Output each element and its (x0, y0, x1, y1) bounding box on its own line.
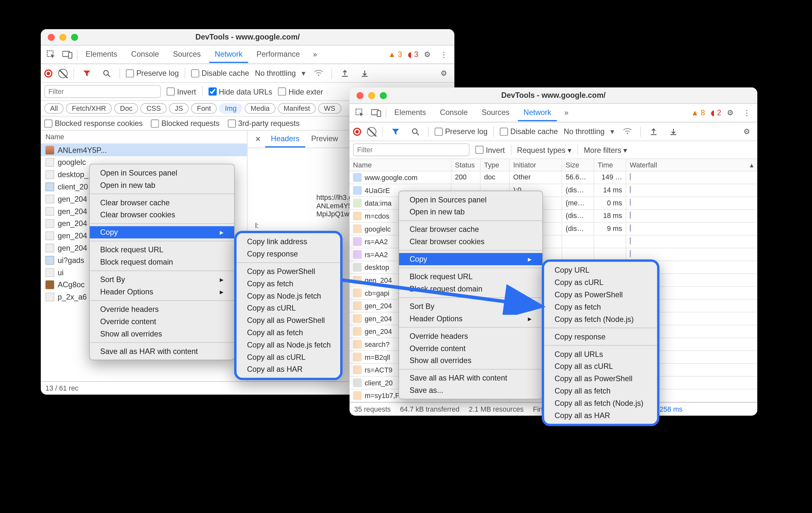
tab-console[interactable]: Console (434, 104, 473, 121)
menu-save-har[interactable]: Save all as HAR with content (90, 345, 234, 357)
gear-icon[interactable]: ⚙ (437, 66, 451, 80)
chip-media[interactable]: Media (245, 103, 276, 114)
more-tabs-icon[interactable]: » (559, 106, 574, 120)
upload-icon[interactable] (647, 124, 661, 138)
invert-checkbox[interactable]: Invert (475, 145, 505, 154)
chip-manifest[interactable]: Manifest (278, 103, 316, 114)
download-icon[interactable] (666, 124, 680, 138)
menu-open-sources[interactable]: Open in Sources panel (90, 167, 234, 179)
menu-open-tab[interactable]: Open in new tab (399, 206, 543, 218)
menu-block-url[interactable]: Block request URL (90, 244, 234, 256)
preserve-log-checkbox[interactable]: Preserve log (126, 69, 179, 77)
warnings-badge[interactable]: ▲ 8 (691, 108, 705, 117)
tab-performance[interactable]: Performance (251, 46, 306, 63)
download-icon[interactable] (358, 66, 372, 80)
menu-override-content[interactable]: Override content (90, 316, 234, 328)
preserve-log-checkbox[interactable]: Preserve log (435, 127, 488, 136)
errors-badge[interactable]: ◖ 2 (711, 108, 721, 117)
copy-url[interactable]: Copy URL (544, 264, 657, 276)
request-row[interactable]: ANLem4Y5P... (41, 144, 247, 156)
kebab-icon[interactable]: ⋮ (437, 48, 451, 61)
chip-js[interactable]: JS (169, 103, 189, 114)
copy-all-urls[interactable]: Copy all URLs (544, 348, 657, 360)
hide-data-urls-checkbox[interactable]: Hide data URLs (208, 87, 272, 96)
blocked-requests-checkbox[interactable]: Blocked requests (151, 119, 220, 128)
copy-as-nodejs-fetch[interactable]: Copy as Node.js fetch (237, 290, 340, 302)
throttling-select[interactable]: No throttling (564, 127, 605, 136)
gear-icon[interactable]: ⚙ (740, 124, 754, 138)
menu-show-overrides[interactable]: Show all overrides (90, 328, 234, 340)
chip-ws[interactable]: WS (318, 103, 341, 114)
chip-css[interactable]: CSS (141, 103, 166, 114)
copy-all-as-powershell[interactable]: Copy all as PowerShell (544, 373, 657, 385)
copy-all-as-har[interactable]: Copy all as HAR (237, 363, 340, 375)
menu-clear-cookies[interactable]: Clear browser cookies (90, 209, 234, 221)
filter-icon[interactable] (80, 66, 94, 80)
table-row[interactable]: www.google.com200docOther56.6…149 … (350, 171, 757, 184)
filter-input[interactable] (44, 85, 161, 98)
copy-as-powershell[interactable]: Copy as PowerShell (544, 289, 657, 301)
subtab-headers[interactable]: Headers (265, 131, 305, 147)
copy-all-as-fetch-nodejs[interactable]: Copy all as fetch (Node.js) (544, 397, 657, 409)
menu-clear-cache[interactable]: Clear browser cache (90, 196, 234, 209)
disable-cache-checkbox[interactable]: Disable cache (500, 127, 558, 136)
device-icon[interactable] (369, 106, 383, 120)
third-party-checkbox[interactable]: 3rd-party requests (228, 119, 299, 128)
tab-elements[interactable]: Elements (389, 104, 432, 121)
tab-sources[interactable]: Sources (167, 46, 206, 63)
copy-as-fetch[interactable]: Copy as fetch (237, 277, 340, 290)
chip-fetchxhr[interactable]: Fetch/XHR (66, 103, 112, 114)
clear-icon[interactable] (58, 69, 68, 78)
tab-console[interactable]: Console (125, 46, 165, 63)
menu-block-domain[interactable]: Block request domain (90, 256, 234, 268)
copy-as-curl[interactable]: Copy as cURL (544, 276, 657, 289)
copy-as-curl[interactable]: Copy as cURL (237, 302, 340, 314)
inspect-icon[interactable] (44, 48, 58, 61)
blocked-cookies-checkbox[interactable]: Blocked response cookies (44, 119, 143, 128)
copy-all-as-powershell[interactable]: Copy all as PowerShell (237, 314, 340, 326)
search-icon[interactable] (408, 124, 422, 138)
menu-save-as[interactable]: Save as... (399, 384, 543, 397)
clear-icon[interactable] (367, 127, 376, 136)
record-icon[interactable] (353, 127, 361, 135)
copy-as-fetch-nodejs[interactable]: Copy as fetch (Node.js) (544, 313, 657, 325)
menu-open-sources[interactable]: Open in Sources panel (399, 194, 543, 206)
throttling-select[interactable]: No throttling (255, 69, 296, 77)
tab-elements[interactable]: Elements (80, 46, 123, 63)
upload-icon[interactable] (338, 66, 352, 80)
chip-doc[interactable]: Doc (114, 103, 138, 114)
more-filters-select[interactable]: More filters ▾ (584, 145, 628, 154)
col-type[interactable]: Type (481, 159, 510, 171)
copy-link-address[interactable]: Copy link address (237, 236, 340, 248)
tab-sources[interactable]: Sources (476, 104, 515, 121)
menu-override-headers[interactable]: Override headers (399, 330, 543, 342)
menu-override-content[interactable]: Override content (399, 342, 543, 355)
copy-all-as-har[interactable]: Copy all as HAR (544, 409, 657, 422)
more-tabs-icon[interactable]: » (308, 48, 322, 61)
gear-icon[interactable]: ⚙ (421, 48, 435, 61)
copy-all-as-curl[interactable]: Copy all as cURL (237, 351, 340, 363)
menu-override-headers[interactable]: Override headers (90, 303, 234, 316)
chip-font[interactable]: Font (191, 103, 217, 114)
menu-clear-cookies[interactable]: Clear browser cookies (399, 236, 543, 248)
disable-cache-checkbox[interactable]: Disable cache (191, 69, 249, 77)
gear-icon[interactable]: ⚙ (724, 106, 737, 120)
filter-input[interactable] (353, 143, 470, 156)
col-name[interactable]: Name (350, 159, 452, 171)
menu-open-tab[interactable]: Open in new tab (90, 179, 234, 191)
col-size[interactable]: Size (562, 159, 594, 171)
copy-all-as-fetch[interactable]: Copy all as fetch (237, 326, 340, 339)
col-status[interactable]: Status (452, 159, 481, 171)
subtab-preview[interactable]: Preview (305, 131, 344, 147)
menu-sort-by[interactable]: Sort By▸ (90, 273, 234, 286)
chip-all[interactable]: All (44, 103, 64, 114)
col-initiator[interactable]: Initiator (510, 159, 562, 171)
close-icon[interactable]: ✕ (251, 132, 265, 146)
warnings-badge[interactable]: ▲ 3 (388, 50, 402, 59)
filter-icon[interactable] (389, 124, 403, 138)
copy-all-as-fetch[interactable]: Copy all as fetch (544, 385, 657, 397)
menu-show-overrides[interactable]: Show all overrides (399, 354, 543, 367)
invert-checkbox[interactable]: Invert (167, 87, 196, 96)
col-time[interactable]: Time (594, 159, 626, 171)
menu-header-options[interactable]: Header Options▸ (90, 286, 234, 298)
